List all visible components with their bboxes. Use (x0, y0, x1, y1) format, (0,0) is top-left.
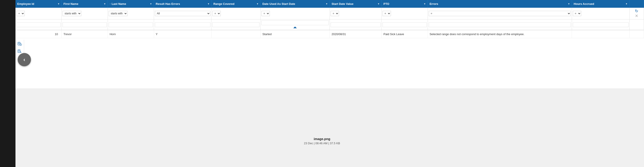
input-date-used (260, 20, 330, 30)
back-button[interactable]: ‹ (18, 53, 31, 66)
table-row: 10 Trevor Horn Y Started 2020/08/31 Paid… (16, 30, 644, 38)
pto-sort-icon[interactable]: ▼ (424, 3, 426, 5)
filter-employee-id: = (16, 8, 62, 20)
filter-input-row (16, 20, 644, 30)
cell-errors: Selected range does not correspond to em… (428, 30, 572, 38)
input-pto (382, 20, 428, 30)
date-used-collapse-btn[interactable] (293, 26, 297, 28)
footer: image.png 23 Dec | 08:46 AM | 37.5 KB (0, 132, 644, 149)
last-name-sort-icon[interactable]: ▼ (150, 3, 152, 5)
footer-filename: image.png (4, 137, 640, 141)
filter-first-name: starts with = (62, 8, 108, 20)
hours-accrued-op-select[interactable]: = (573, 11, 581, 16)
last-name-input[interactable] (109, 22, 153, 27)
cell-hours-accrued (572, 30, 630, 38)
filter-pto: = (382, 8, 428, 20)
panel-icon-1[interactable] (16, 41, 23, 47)
table-container: Employee Id ▼ First Name ▼ (16, 0, 644, 38)
input-first-name (62, 20, 108, 30)
employee-id-input[interactable] (16, 22, 60, 27)
filter-last-name: starts with = (108, 8, 154, 20)
input-result-has-errors (154, 20, 212, 30)
input-actions-col (630, 20, 644, 30)
cell-pto: Paid Sick Leave (382, 30, 428, 38)
cell-range-covered (212, 30, 260, 38)
range-covered-input[interactable] (212, 22, 260, 27)
filter-operator-row: = starts with = (16, 8, 644, 20)
col-header-first-name[interactable]: First Name ▼ (62, 0, 108, 8)
employee-id-op-select[interactable]: = (16, 11, 25, 16)
errors-op-select[interactable]: = (429, 11, 571, 16)
col-header-employee-id[interactable]: Employee Id ▼ (16, 0, 62, 8)
input-start-date-value (330, 20, 382, 30)
start-date-value-op-select[interactable]: = (330, 11, 339, 16)
range-covered-op-select[interactable]: = (212, 11, 221, 16)
cell-result-has-errors: Y (154, 30, 212, 38)
hours-accrued-sort-icon[interactable]: ▼ (626, 3, 628, 5)
input-errors (428, 20, 572, 30)
errors-sort-icon[interactable]: ▼ (568, 3, 570, 5)
filter-errors: = (428, 8, 572, 20)
col-header-date-used-as-start-date[interactable]: Date Used As Start Date ▼ (260, 0, 330, 8)
col-header-result-has-errors[interactable]: Result Has Errors ▼ (154, 0, 212, 8)
filter-date-used: = (260, 8, 330, 20)
cell-employee-id: 10 (16, 30, 62, 38)
col-header-last-name[interactable]: ↑ Last Name ▼ (108, 0, 154, 8)
result-has-errors-sort-icon[interactable]: ▼ (208, 3, 210, 5)
cell-date-used-as-start-date: Started (260, 30, 330, 38)
footer-meta: 23 Dec | 08:46 AM | 37.5 KB (4, 142, 640, 145)
start-date-value-input[interactable] (330, 22, 380, 27)
employee-id-sort-icon[interactable]: ▼ (58, 3, 60, 5)
start-date-value-sort-icon[interactable]: ▼ (378, 3, 380, 5)
result-has-errors-input[interactable] (155, 22, 210, 27)
date-used-sort-icon[interactable]: ▼ (326, 3, 328, 5)
filter-start-date-value: = (330, 8, 382, 20)
table-body: 10 Trevor Horn Y Started 2020/08/31 Paid… (16, 30, 644, 38)
filter-actions-col: ↻ ✕ (630, 8, 644, 20)
date-used-op-select[interactable]: = (262, 11, 270, 16)
data-table: Employee Id ▼ First Name ▼ (16, 0, 644, 38)
page-wrapper: ‹ (0, 0, 644, 167)
pto-op-select[interactable]: = (382, 11, 391, 16)
errors-input[interactable] (429, 22, 571, 27)
col-header-hours-accrued[interactable]: Hours Accrued ▼ (572, 0, 630, 8)
col-header-range-covered[interactable]: Range Covered ▼ (212, 0, 260, 8)
cell-last-name: Horn (108, 30, 154, 38)
col-header-pto[interactable]: PTO ▼ (382, 0, 428, 8)
filter-range-covered: = (212, 8, 260, 20)
col-header-actions (630, 0, 644, 8)
main-content: Employee Id ▼ First Name ▼ (16, 0, 644, 88)
input-range-covered (212, 20, 260, 30)
first-name-op-select[interactable]: starts with = (62, 11, 81, 16)
input-last-name (108, 20, 154, 30)
pto-input[interactable] (382, 22, 427, 27)
last-name-op-select[interactable]: starts with = (109, 11, 128, 16)
first-name-input[interactable] (62, 22, 107, 27)
date-used-input[interactable] (262, 20, 329, 25)
close-filter-button[interactable]: ✕ (635, 14, 638, 18)
col-header-start-date-value[interactable]: Start Date Value ▼ (330, 0, 382, 8)
filter-result-has-errors: All Y N (154, 8, 212, 20)
last-name-asc-icon: ↑ (110, 3, 111, 5)
col-header-errors[interactable]: Errors ▼ (428, 0, 572, 8)
cell-first-name: Trevor (62, 30, 108, 38)
cell-actions (630, 30, 644, 38)
first-name-sort-icon[interactable]: ▼ (104, 3, 106, 5)
input-employee-id (16, 20, 62, 30)
hours-accrued-input[interactable] (573, 22, 628, 27)
filter-hours-accrued: = (572, 8, 630, 20)
table-header-row: Employee Id ▼ First Name ▼ (16, 0, 644, 8)
range-covered-sort-icon[interactable]: ▼ (256, 3, 258, 5)
cell-start-date-value: 2020/08/31 (330, 30, 382, 38)
refresh-button[interactable]: ↻ (635, 8, 638, 14)
input-hours-accrued (572, 20, 630, 30)
result-has-errors-op-select[interactable]: All Y N (155, 11, 210, 16)
